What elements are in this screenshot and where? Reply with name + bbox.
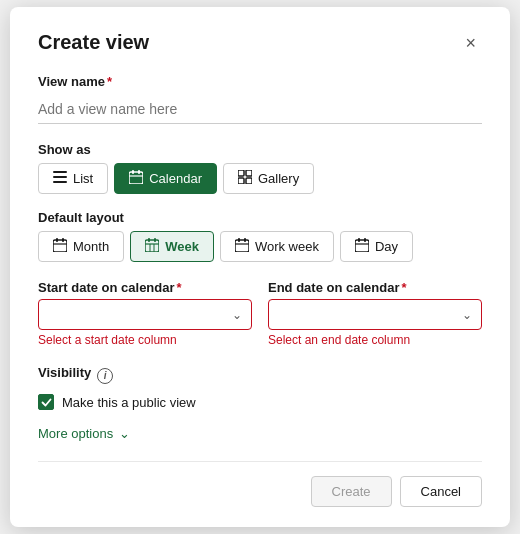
svg-rect-10 — [246, 178, 252, 184]
svg-rect-22 — [238, 238, 240, 242]
svg-rect-1 — [53, 176, 67, 178]
calendar-icon — [129, 170, 143, 187]
svg-rect-3 — [129, 172, 143, 184]
end-date-field: End date on calendar* ⌄ Select an end da… — [268, 280, 482, 347]
end-date-error: Select an end date column — [268, 333, 482, 347]
svg-rect-5 — [138, 170, 140, 174]
create-view-dialog: Create view × View name* Show as List — [10, 7, 510, 527]
svg-rect-7 — [238, 170, 244, 176]
week-icon — [145, 238, 159, 255]
svg-rect-27 — [364, 238, 366, 242]
end-date-select-wrapper: ⌄ — [268, 299, 482, 330]
required-indicator: * — [107, 74, 112, 89]
public-view-checkbox[interactable] — [38, 394, 54, 410]
info-icon[interactable]: i — [97, 368, 113, 384]
svg-rect-2 — [53, 181, 67, 183]
date-row: Start date on calendar* ⌄ Select a start… — [38, 280, 482, 347]
view-name-label: View name* — [38, 74, 482, 89]
svg-rect-15 — [145, 240, 159, 252]
checkbox-row: Make this a public view — [38, 394, 482, 410]
gallery-icon — [238, 170, 252, 187]
more-options-label: More options — [38, 426, 113, 441]
create-button[interactable]: Create — [311, 476, 392, 507]
more-options-row[interactable]: More options ⌄ — [38, 426, 130, 441]
public-view-label: Make this a public view — [62, 395, 196, 410]
list-icon — [53, 171, 67, 186]
layout-month-button[interactable]: Month — [38, 231, 124, 262]
show-as-label: Show as — [38, 142, 482, 157]
show-as-list-button[interactable]: List — [38, 163, 108, 194]
end-date-select[interactable] — [268, 299, 482, 330]
svg-rect-25 — [355, 240, 369, 252]
start-date-select-wrapper: ⌄ — [38, 299, 252, 330]
day-icon — [355, 238, 369, 255]
svg-rect-26 — [358, 238, 360, 242]
default-layout-section: Default layout Month — [38, 210, 482, 262]
visibility-section: Visibility i Make this a public view — [38, 365, 482, 410]
start-date-required: * — [177, 280, 182, 295]
svg-rect-0 — [53, 171, 67, 173]
show-as-gallery-button[interactable]: Gallery — [223, 163, 314, 194]
start-date-field: Start date on calendar* ⌄ Select a start… — [38, 280, 252, 347]
svg-rect-21 — [235, 240, 249, 252]
start-date-error: Select a start date column — [38, 333, 252, 347]
svg-rect-12 — [56, 238, 58, 242]
layout-day-button[interactable]: Day — [340, 231, 413, 262]
svg-rect-23 — [244, 238, 246, 242]
svg-rect-9 — [238, 178, 244, 184]
layout-buttons: Month Week — [38, 231, 482, 262]
svg-rect-8 — [246, 170, 252, 176]
svg-rect-11 — [53, 240, 67, 252]
svg-rect-17 — [154, 238, 156, 242]
visibility-label: Visibility — [38, 365, 91, 380]
start-date-label: Start date on calendar* — [38, 280, 252, 295]
dialog-footer: Create Cancel — [38, 461, 482, 507]
show-as-calendar-button[interactable]: Calendar — [114, 163, 217, 194]
view-name-input[interactable] — [38, 95, 482, 124]
more-options-chevron-icon: ⌄ — [119, 426, 130, 441]
close-button[interactable]: × — [459, 32, 482, 54]
layout-workweek-button[interactable]: Work week — [220, 231, 334, 262]
end-date-label: End date on calendar* — [268, 280, 482, 295]
show-as-section: Show as List — [38, 142, 482, 194]
svg-rect-4 — [132, 170, 134, 174]
default-layout-label: Default layout — [38, 210, 482, 225]
show-as-buttons: List Calendar — [38, 163, 482, 194]
cancel-button[interactable]: Cancel — [400, 476, 482, 507]
month-icon — [53, 238, 67, 255]
start-date-select[interactable] — [38, 299, 252, 330]
workweek-icon — [235, 238, 249, 255]
layout-week-button[interactable]: Week — [130, 231, 214, 262]
dialog-header: Create view × — [38, 31, 482, 54]
svg-rect-16 — [148, 238, 150, 242]
visibility-label-row: Visibility i — [38, 365, 482, 386]
end-date-required: * — [401, 280, 406, 295]
svg-rect-13 — [62, 238, 64, 242]
dialog-title: Create view — [38, 31, 149, 54]
